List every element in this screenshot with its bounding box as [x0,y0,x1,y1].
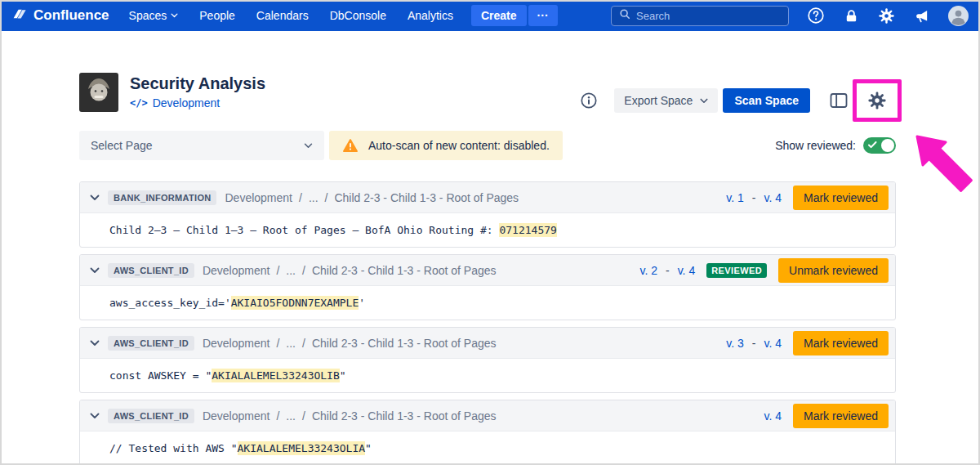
chevron-down-icon [700,98,708,104]
nav-links: Spaces People Calendars DbConsole Analyt… [129,9,453,22]
search-input[interactable] [636,10,781,22]
breadcrumb-separator: / [276,409,279,423]
finding-type-badge: AWS_CLIENT_ID [108,409,194,423]
code-icon: </> [130,97,148,109]
check-icon [868,141,877,150]
breadcrumb-page: Child 2-3 - Child 1-3 - Root of Pages [312,264,497,277]
search-box[interactable] [611,6,789,26]
top-navbar: Confluence Spaces People Calendars DbCon… [0,0,980,31]
finding-header[interactable]: BANK_INFORMATION Development / ... / Chi… [80,182,895,213]
version-to-link[interactable]: v. 4 [764,337,782,350]
chevron-down-icon[interactable] [90,340,100,347]
finding-item: BANK_INFORMATION Development / ... / Chi… [79,181,896,248]
select-page-dropdown[interactable]: Select Page [79,131,324,160]
more-menu-button[interactable]: ··· [528,5,558,26]
finding-snippet: Child 2–3 – Child 1–3 – Root of Pages – … [80,213,895,247]
finding-snippet: // Tested with AWS "AKIALALEMEL33243OLIA… [80,431,895,465]
space-avatar[interactable] [79,73,118,115]
nav-item-calendars[interactable]: Calendars [256,9,309,22]
finding-snippet: const AWSKEY = "AKIALALEMEL33243OLIB" [80,359,895,392]
lock-icon [844,8,859,24]
help-icon [807,7,825,25]
finding-snippet: aws_access_key_id='AKIAIO5FODNN7EXAMPLE' [80,286,895,320]
breadcrumb-space-link[interactable]: Development [203,409,270,423]
version-separator: - [666,264,670,277]
breadcrumb: Development / ... / Child 2-3 - Child 1-… [225,191,519,204]
version-to-link[interactable]: v. 4 [764,409,782,423]
info-icon [580,92,598,110]
breadcrumb: Development / ... / Child 2-3 - Child 1-… [203,337,497,350]
finding-type-badge: BANK_INFORMATION [108,190,216,205]
breadcrumb-separator: / [325,191,328,204]
breadcrumb-separator: / [302,264,305,277]
match-highlight: AKIALALEMEL33243OLIA [238,441,366,455]
create-button[interactable]: Create [471,5,527,26]
chevron-down-icon[interactable] [90,267,100,274]
version-from-link[interactable]: v. 1 [726,191,744,204]
header-actions: Export Space Scan Space [580,79,902,122]
mark-reviewed-button[interactable]: Mark reviewed [793,186,889,210]
version-to-link[interactable]: v. 4 [764,191,782,204]
mark-reviewed-button[interactable]: Mark reviewed [793,331,889,355]
breadcrumb-separator: / [276,337,279,350]
chevron-down-icon[interactable] [90,413,100,419]
search-icon [619,8,630,23]
nav-item-analytics[interactable]: Analytics [408,9,453,22]
version-from-link[interactable]: v. 2 [639,264,657,277]
breadcrumb-page: Child 2-3 - Child 1-3 - Root of Pages [334,191,519,204]
breadcrumb-space-link[interactable]: Development [203,337,270,350]
export-space-button[interactable]: Export Space [614,88,718,113]
help-button[interactable] [807,7,825,25]
user-avatar[interactable] [948,6,969,26]
version-separator: - [752,337,756,350]
breadcrumb: Development / ... / Child 2-3 - Child 1-… [203,264,497,277]
show-reviewed-label: Show reviewed: [775,139,856,152]
nav-item-people[interactable]: People [199,9,235,22]
breadcrumb-page: Child 2-3 - Child 1-3 - Root of Pages [312,409,497,423]
version-to-link[interactable]: v. 4 [678,264,696,277]
chevron-down-icon[interactable] [90,194,100,201]
finding-header[interactable]: AWS_CLIENT_ID Development / ... / Child … [80,255,895,286]
gear-icon [878,7,895,25]
match-highlight: AKIALALEMEL33243OLIB [212,369,340,382]
nav-item-dbconsole[interactable]: DbConsole [330,9,386,22]
finding-item: AWS_CLIENT_ID Development / ... / Child … [79,327,896,393]
space-home-link[interactable]: Development [153,96,220,110]
nav-item-spaces[interactable]: Spaces [129,9,179,22]
settings-button[interactable] [878,7,895,25]
finding-item: AWS_CLIENT_ID Development / ... / Child … [79,400,896,465]
info-button[interactable] [580,92,598,110]
finding-item: AWS_CLIENT_ID Development / ... / Child … [79,254,896,320]
megaphone-icon [914,8,929,24]
show-reviewed-toggle[interactable] [863,137,896,154]
version-separator: - [752,191,756,204]
breadcrumb-ellipsis[interactable]: ... [309,191,318,204]
chevron-down-icon [171,13,178,18]
announcements-button[interactable] [914,8,929,24]
breadcrumb-space-link[interactable]: Development [225,191,292,204]
autoscan-warning-banner: Auto-scan of new content: disabled. [329,131,563,160]
version-from-link[interactable]: v. 3 [726,337,744,350]
breadcrumb-ellipsis[interactable]: ... [286,337,296,350]
confluence-logo-icon [11,6,28,26]
space-settings-button[interactable] [867,91,887,110]
sidebar-panel-icon [830,92,848,109]
breadcrumb-ellipsis[interactable]: ... [286,264,296,277]
space-header: Security Analysis </> Development Export… [79,73,902,122]
filter-row: Select Page Auto-scan of new content: di… [79,131,896,160]
breadcrumb: Development / ... / Child 2-3 - Child 1-… [203,409,497,423]
reviewed-badge: REVIEWED [706,263,767,278]
breadcrumb-separator: / [276,264,279,277]
breadcrumb-space-link[interactable]: Development [203,264,270,277]
breadcrumb-ellipsis[interactable]: ... [286,409,296,423]
finding-type-badge: AWS_CLIENT_ID [108,263,194,278]
finding-header[interactable]: AWS_CLIENT_ID Development / ... / Child … [80,328,895,359]
match-highlight: AKIAIO5FODNN7EXAMPLE [231,296,359,310]
confluence-brand[interactable]: Confluence [11,6,109,26]
finding-header[interactable]: AWS_CLIENT_ID Development / ... / Child … [80,400,895,431]
scan-space-button[interactable]: Scan Space [723,88,810,113]
unmark-reviewed-button[interactable]: Unmark reviewed [778,258,889,283]
mark-reviewed-button[interactable]: Mark reviewed [793,404,889,428]
sidebar-view-button[interactable] [830,92,848,109]
admin-lock-button[interactable] [844,8,859,24]
